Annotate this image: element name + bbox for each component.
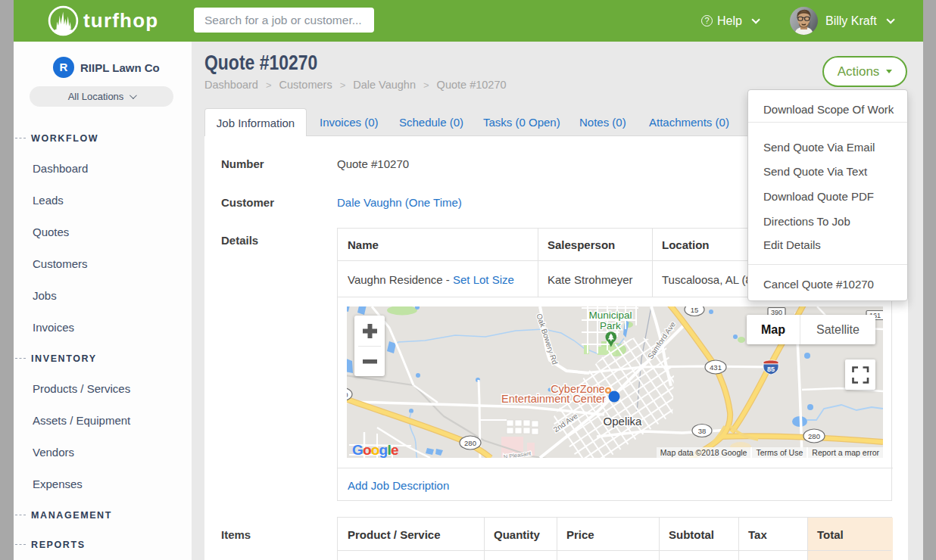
svg-text:15: 15 <box>691 306 699 314</box>
svg-text:38: 38 <box>698 427 707 435</box>
svg-text:280: 280 <box>808 432 820 440</box>
svg-text:Municipal: Municipal <box>588 310 632 321</box>
svg-text:85: 85 <box>767 366 775 373</box>
svg-text:431: 431 <box>710 363 722 372</box>
svg-text:Opelika: Opelika <box>604 415 643 428</box>
svg-text:Entertainment Center: Entertainment Center <box>501 393 606 405</box>
svg-text:Park: Park <box>600 320 621 331</box>
svg-text:280: 280 <box>464 439 476 447</box>
svg-text:0: 0 <box>347 390 348 399</box>
